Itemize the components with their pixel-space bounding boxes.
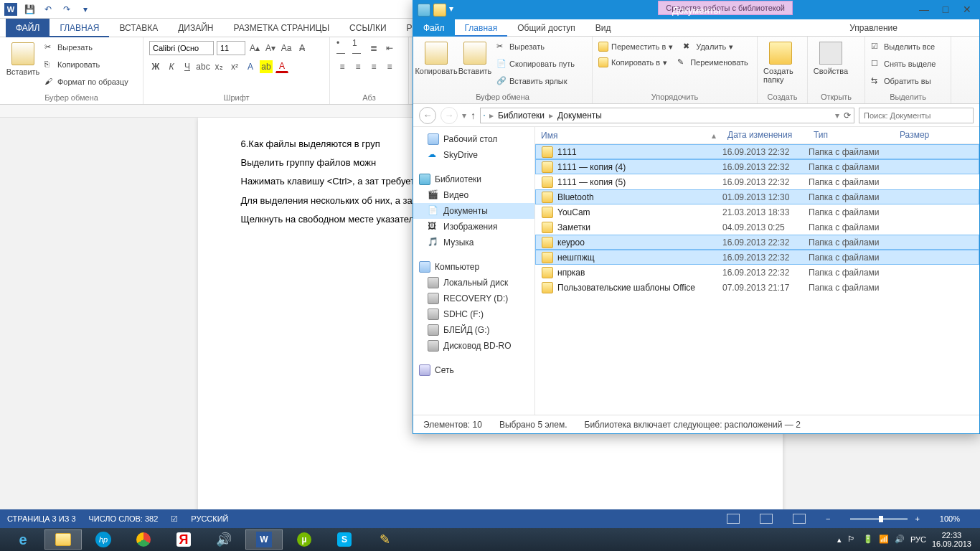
nav-skydrive[interactable]: ☁SkyDrive: [413, 147, 534, 163]
chevron-right-icon[interactable]: ▸: [489, 110, 494, 121]
tab-home[interactable]: ГЛАВНАЯ: [50, 19, 109, 37]
text-effects-icon[interactable]: A: [244, 60, 257, 73]
tab-home[interactable]: Главная: [455, 19, 508, 37]
rename-button[interactable]: ✎Переименовать: [677, 55, 748, 70]
nav-pictures[interactable]: 🖼Изображения: [413, 219, 534, 235]
word-count[interactable]: ЧИСЛО СЛОВ: 382: [89, 514, 159, 523]
select-none-button[interactable]: ☐Снять выделе: [871, 57, 936, 71]
underline-icon[interactable]: Ч: [181, 60, 194, 73]
nav-sdhc[interactable]: SDHC (F:): [413, 306, 534, 322]
nav-libraries[interactable]: Библиотеки: [413, 171, 534, 187]
paste-shortcut-button[interactable]: 🔗Вставить ярлык: [496, 74, 575, 88]
font-name-input[interactable]: [149, 41, 214, 55]
taskbar-word[interactable]: W: [245, 529, 283, 550]
nav-documents[interactable]: 📄Документы: [413, 203, 534, 219]
file-row[interactable]: нпркав16.09.2013 22:32Папка с файлами: [535, 265, 979, 280]
qat-dropdown-icon[interactable]: ▾: [79, 3, 92, 16]
breadcrumb-documents[interactable]: Документы: [557, 110, 602, 121]
align-center-icon[interactable]: ≡: [352, 60, 364, 73]
page-indicator[interactable]: СТРАНИЦА 3 ИЗ 3: [7, 514, 76, 523]
justify-icon[interactable]: ≡: [383, 60, 396, 73]
tab-file[interactable]: Файл: [413, 19, 455, 37]
multilevel-icon[interactable]: ≣: [367, 42, 380, 55]
invert-selection-button[interactable]: ⇆Обратить вы: [871, 74, 936, 88]
superscript-icon[interactable]: x²: [228, 60, 241, 73]
col-name[interactable]: Имя▴: [535, 127, 722, 143]
tab-insert[interactable]: ВСТАВКА: [109, 19, 168, 37]
numbering-icon[interactable]: 1—: [352, 42, 364, 55]
bold-icon[interactable]: Ж: [149, 60, 162, 73]
shrink-font-icon[interactable]: A▾: [264, 42, 277, 55]
nav-bd-rom[interactable]: Дисковод BD-RO: [413, 338, 534, 354]
tab-share[interactable]: Общий доступ: [507, 19, 585, 37]
nav-desktop[interactable]: Рабочий стол: [413, 131, 534, 147]
paste-button[interactable]: Вставить: [458, 39, 492, 75]
tab-page-layout[interactable]: РАЗМЕТКА СТРАНИЦЫ: [224, 19, 340, 37]
taskbar-sound[interactable]: 🔊: [205, 529, 242, 550]
recent-dropdown-icon[interactable]: ▾: [462, 110, 466, 121]
taskbar-chrome[interactable]: [125, 529, 162, 550]
bullets-icon[interactable]: •—: [336, 42, 349, 55]
action-center-icon[interactable]: 🏳: [847, 534, 857, 545]
web-layout-icon[interactable]: [793, 514, 806, 524]
wifi-icon[interactable]: 📶: [879, 534, 889, 545]
align-right-icon[interactable]: ≡: [367, 60, 380, 73]
nav-videos[interactable]: 🎬Видео: [413, 187, 534, 203]
tab-file[interactable]: ФАЙЛ: [6, 19, 50, 37]
chevron-right-icon[interactable]: ▸: [549, 110, 553, 121]
refresh-icon[interactable]: ⟳: [844, 110, 851, 121]
print-layout-icon[interactable]: [760, 514, 773, 524]
delete-button[interactable]: ✖Удалить▾: [683, 39, 733, 54]
taskbar-hp[interactable]: hp: [85, 529, 122, 550]
file-row[interactable]: нешгпжщ16.09.2013 22:32Папка с файлами: [535, 250, 979, 265]
taskbar-utorrent[interactable]: µ: [286, 529, 323, 550]
spellcheck-icon[interactable]: ☑: [171, 514, 178, 524]
font-size-input[interactable]: [217, 41, 245, 55]
undo-icon[interactable]: ↶: [42, 3, 55, 16]
clear-format-icon[interactable]: A̶: [296, 42, 308, 55]
align-left-icon[interactable]: ≡: [336, 60, 349, 73]
cut-button[interactable]: ✂Вырезать: [496, 39, 575, 54]
copy-button[interactable]: Копировать: [419, 39, 453, 75]
nav-music[interactable]: 🎵Музыка: [413, 235, 534, 250]
save-icon[interactable]: 💾: [23, 3, 36, 16]
move-to-button[interactable]: Переместить в▾: [598, 39, 673, 54]
forward-button[interactable]: →: [440, 107, 458, 124]
col-size[interactable]: Размер: [894, 127, 944, 143]
zoom-level[interactable]: 100%: [940, 514, 960, 523]
file-row[interactable]: Заметки04.09.2013 0:25Папка с файлами: [535, 220, 979, 235]
chevron-down-icon[interactable]: ▾: [835, 110, 839, 121]
highlight-icon[interactable]: ab: [260, 60, 273, 73]
minimize-icon[interactable]: —: [915, 3, 933, 16]
close-icon[interactable]: ✕: [958, 3, 976, 16]
language-indicator[interactable]: РУССКИЙ: [191, 514, 228, 523]
taskbar-app[interactable]: ✎: [366, 529, 403, 550]
clock[interactable]: 22:33 16.09.2013: [932, 531, 971, 548]
grow-font-icon[interactable]: A▴: [248, 42, 261, 55]
taskbar-yandex[interactable]: Я: [165, 529, 202, 550]
tab-design[interactable]: ДИЗАЙН: [168, 19, 223, 37]
col-date[interactable]: Дата изменения: [722, 127, 808, 143]
qat-dropdown-icon[interactable]: ▾: [449, 4, 462, 17]
redo-icon[interactable]: ↷: [60, 3, 73, 16]
file-row[interactable]: Пользовательские шаблоны Office07.09.201…: [535, 280, 979, 295]
file-row[interactable]: 1111 — копия (4)16.09.2013 22:32Папка с …: [535, 159, 979, 174]
search-input[interactable]: [859, 108, 974, 123]
read-mode-icon[interactable]: [727, 514, 740, 524]
strikethrough-icon[interactable]: abc: [197, 60, 209, 73]
back-button[interactable]: ←: [419, 107, 436, 124]
taskbar-explorer[interactable]: [44, 529, 82, 550]
zoom-slider[interactable]: [850, 518, 908, 520]
file-row[interactable]: 111116.09.2013 22:32Папка с файлами: [535, 144, 979, 159]
properties-button[interactable]: Свойства: [814, 39, 848, 75]
volume-icon[interactable]: 🔊: [895, 534, 905, 545]
tray-expand-icon[interactable]: ▴: [837, 535, 842, 545]
nav-local-disk[interactable]: Локальный диск: [413, 275, 534, 291]
zoom-out-icon[interactable]: −: [826, 514, 830, 523]
copy-to-button[interactable]: Копировать в▾: [598, 55, 667, 70]
breadcrumb-libraries[interactable]: Библиотеки: [498, 110, 545, 121]
tab-view[interactable]: Вид: [585, 19, 621, 37]
format-painter-button[interactable]: 🖌Формат по образцу: [44, 75, 128, 89]
cut-button[interactable]: ✂Вырезать: [44, 40, 128, 55]
col-type[interactable]: Тип: [808, 127, 894, 143]
